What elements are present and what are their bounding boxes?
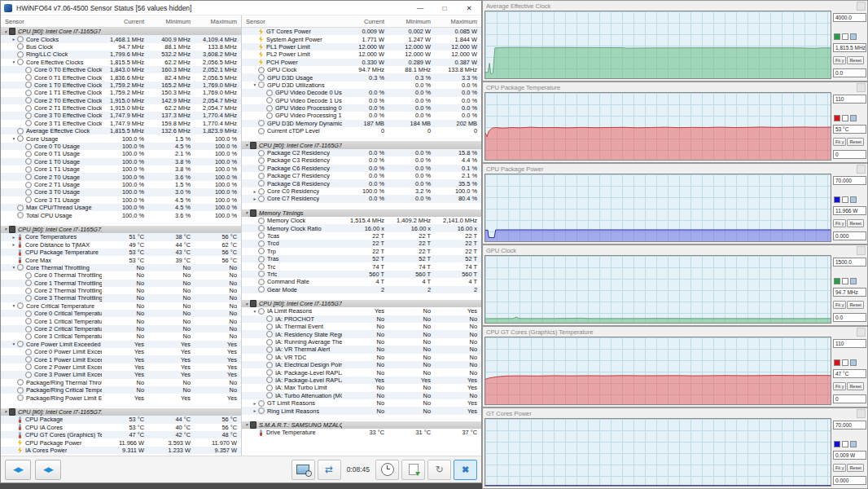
panel-close-button[interactable]	[857, 328, 866, 337]
sensor-row[interactable]: Core 1 T0 Usage100.0 %3.8 %100.0 %	[1, 158, 241, 165]
next-page-button[interactable]: ◀▶	[35, 460, 61, 480]
column-header-maximum[interactable]: Maximum	[195, 18, 241, 25]
y-max-box[interactable]: 110	[833, 339, 866, 348]
sensor-row[interactable]: IA: Turbo Attenuation (MCT)NoNoNo	[242, 392, 481, 399]
chevron-right-icon[interactable]: ▸	[252, 196, 258, 201]
sensor-row[interactable]: Core 3 T0 Effective Clock1,747.9 MHz137.…	[1, 112, 241, 119]
close-button[interactable]: ✕	[457, 2, 481, 15]
reset-button[interactable]: Reset	[847, 464, 863, 472]
sensor-row[interactable]: Tras52 T52 T52 T	[242, 255, 481, 262]
sensor-row[interactable]: Package C3 Residency0.0 %0.0 %4.4 %	[242, 156, 481, 164]
sensor-group-header[interactable]: ▾Memory Timings	[242, 209, 481, 217]
reset-button[interactable]: Reset	[847, 56, 863, 64]
sensor-row[interactable]: GPU Video Processing 1 Usage0.0 %0.0 %0.…	[242, 112, 481, 119]
current-value-box[interactable]: 94.7 MHz	[833, 288, 866, 297]
y-max-box[interactable]: 1500.0	[833, 258, 866, 267]
grid-color-swatch[interactable]	[850, 115, 857, 121]
sensor-row[interactable]: Core 0 T0 Usage100.0 %4.5 %100.0 %	[1, 143, 241, 150]
sensor-row[interactable]: PL2 Power Limit12.000 W12.000 W12.000 W	[242, 51, 481, 58]
chevron-right-icon[interactable]: ▸	[252, 401, 258, 406]
series-color-swatch[interactable]	[834, 278, 840, 284]
fit-y-button[interactable]: Fit y	[833, 301, 846, 309]
series-color-swatch[interactable]	[834, 196, 840, 203]
sensor-group-header[interactable]: ▾CPU [#0]: Intel Core i7-1165G7: Enha...	[1, 408, 241, 416]
background-color-swatch[interactable]	[842, 359, 848, 366]
sensor-row[interactable]: Core 2 Thermal ThrottlingNoNoNo	[1, 287, 241, 294]
sensor-row[interactable]: ▸Core Clocks1,468.1 MHz400.9 MHz4,109.4 …	[1, 35, 241, 42]
reset-button[interactable]: Reset	[847, 382, 863, 390]
sensor-row[interactable]: Core 1 Critical TemperatureNoNoNo	[1, 317, 241, 324]
sensor-row[interactable]: System Agent Power1.771 W1.247 W1.844 W	[242, 35, 481, 42]
sensor-row[interactable]: ▾IA Limit ReasonsYesNoYes	[242, 307, 481, 315]
panel-close-button[interactable]	[857, 165, 866, 174]
sensor-row[interactable]: GPU Clock94.7 MHz88.1 MHz133.8 MHz	[242, 66, 481, 73]
sensor-row[interactable]: Core 0 Thermal ThrottlingNoNoNo	[1, 271, 241, 279]
column-header-current[interactable]: Current	[102, 18, 148, 25]
y-min-box[interactable]: 0.000	[833, 231, 866, 240]
sensor-row[interactable]: ▾GPU D3D Utilizations0.0 %0.0 %	[242, 82, 481, 89]
chevron-down-icon[interactable]: ▾	[243, 210, 250, 215]
sensor-row[interactable]: Package C8 Residency0.0 %0.0 %35.5 %	[242, 179, 481, 187]
current-value-box[interactable]: 47 °C	[833, 369, 866, 378]
panel-close-button[interactable]	[857, 2, 866, 11]
sensor-row[interactable]: Package/Ring Power Limit ExceededYesYesY…	[1, 394, 241, 401]
sensor-row[interactable]: Current cTDP Level000	[242, 127, 481, 134]
sensor-row[interactable]: Core 2 T1 Effective Clock1,915.0 MHz62.2…	[1, 104, 241, 112]
y-min-box[interactable]: 0	[833, 394, 866, 403]
fit-y-button[interactable]: Fit y	[833, 464, 846, 472]
sensor-row[interactable]: Bus Clock94.7 MHz88.1 MHz133.8 MHz	[1, 43, 241, 51]
sensor-row[interactable]: CPU Package53 °C44 °C56 °C	[1, 416, 241, 423]
current-value-box[interactable]: 1,815.5 MHz	[833, 43, 866, 52]
chevron-down-icon[interactable]: ▾	[243, 302, 250, 306]
sensor-row[interactable]: GPU Video Decode 1 Usage0.0 %0.0 %0.0 %	[242, 97, 481, 104]
sensor-row[interactable]: Trc74 T74 T74 T	[242, 262, 481, 270]
panel-close-button[interactable]	[857, 83, 866, 92]
minimize-button[interactable]: —	[408, 2, 432, 15]
sensor-row[interactable]: Core 2 T1 Usage100.0 %1.5 %100.0 %	[1, 181, 241, 188]
sensor-row[interactable]: Max CPU/Thread Usage100.0 %4.5 %100.0 %	[1, 204, 241, 211]
sensor-row[interactable]: ▸Core C7 Residency0.0 %0.0 %80.4 %	[242, 195, 481, 202]
chevron-down-icon[interactable]: ▾	[11, 59, 17, 64]
column-header-sensor[interactable]: Sensor	[1, 18, 102, 25]
y-max-box[interactable]: 4000.0	[833, 13, 866, 22]
sensor-row[interactable]: IA: Residency State RegulationNoNoNo	[242, 330, 481, 337]
y-min-box[interactable]: 0.000	[833, 476, 866, 485]
sensor-row[interactable]: CPU IA Cores53 °C40 °C56 °C	[1, 424, 241, 431]
sensor-sync-button[interactable]: ⇄	[318, 460, 341, 480]
maximize-button[interactable]: □	[432, 2, 457, 15]
sensor-row[interactable]: Drive Temperature33 °C31 °C37 °C	[242, 429, 481, 436]
logging-start-button[interactable]	[401, 460, 425, 480]
sensor-row[interactable]: CPU GT Cores (Graphics) Temperature47 °C…	[1, 431, 241, 438]
sensor-row[interactable]: Core 0 T0 Effective Clock1,843.0 MHz160.…	[1, 66, 241, 73]
sensor-row[interactable]: ▸Core Temperatures51 °C38 °C56 °C	[1, 233, 241, 240]
clock-button[interactable]	[375, 460, 399, 480]
column-header-sensor[interactable]: Sensor	[242, 18, 342, 25]
sensor-row[interactable]: CPU Package Temperature53 °C43 °C56 °C	[1, 249, 241, 256]
chevron-down-icon[interactable]: ▾	[252, 309, 258, 314]
y-min-box[interactable]: 0.0	[833, 313, 866, 322]
sensor-row[interactable]: Average Effective Clock1,815.5 MHz132.6 …	[1, 127, 241, 134]
sensor-group-header[interactable]: ▾S.M.A.R.T.: SAMSUNG MZALQ512HALU-0...	[242, 421, 481, 429]
series-color-swatch[interactable]	[834, 359, 840, 366]
background-color-swatch[interactable]	[842, 278, 848, 284]
sensor-row[interactable]: GPU D3D Memory Dynamic187 MB184 MB202 MB	[242, 120, 481, 127]
previous-page-button[interactable]: ◀▶	[5, 460, 31, 480]
y-min-box[interactable]: 0.0	[833, 68, 866, 77]
sensor-row[interactable]: Memory Clock Ratio16.00 x16.00 x16.00 x	[242, 224, 481, 231]
sensor-row[interactable]: Core 1 Thermal ThrottlingNoNoNo	[1, 280, 241, 287]
y-min-box[interactable]: 0	[833, 150, 866, 159]
panel-close-button[interactable]	[857, 246, 866, 255]
sensor-row[interactable]: GPU Video Decode 0 Usage0.0 %0.0 %0.0 %	[242, 89, 481, 96]
y-max-box[interactable]: 70.000	[833, 176, 866, 185]
sensor-row[interactable]: IA: Thermal EventNoNoNo	[242, 323, 481, 330]
sensor-row[interactable]: IA: Electrical Design Point/Other (ICC..…	[242, 361, 481, 368]
chevron-right-icon[interactable]: ▸	[252, 189, 258, 194]
sensor-row[interactable]: Core 2 Power Limit ExceededYesYesYes	[1, 363, 241, 371]
sensor-group-header[interactable]: ▾CPU [#0]: Intel Core i7-1165G7: DTS	[1, 226, 241, 233]
y-max-box[interactable]: 70.000	[833, 421, 866, 430]
sensor-row[interactable]: IA: VR Thermal AlertNoNoNo	[242, 346, 481, 353]
background-color-swatch[interactable]	[842, 441, 848, 447]
background-color-swatch[interactable]	[842, 115, 848, 121]
chevron-down-icon[interactable]: ▾	[243, 143, 250, 148]
series-color-swatch[interactable]	[834, 115, 840, 121]
